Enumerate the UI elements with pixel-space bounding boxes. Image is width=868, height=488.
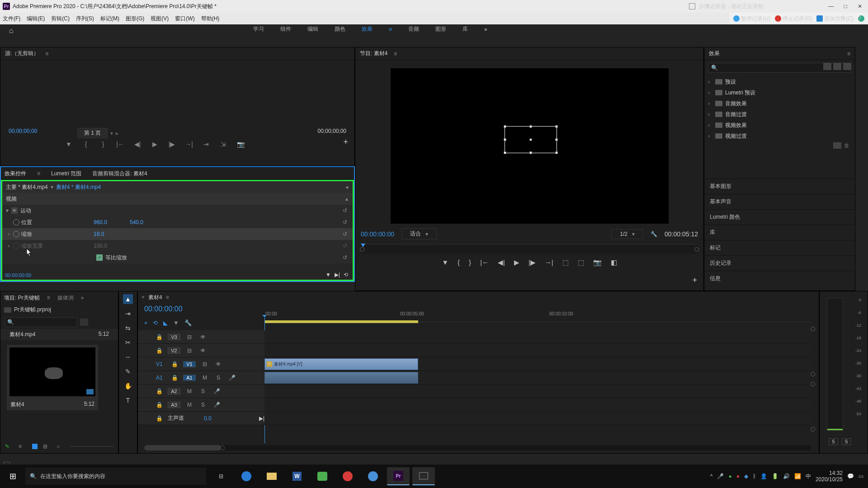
- play-icon[interactable]: ▶: [514, 258, 519, 267]
- info-tab[interactable]: 信息: [704, 271, 855, 286]
- taskbar-app-1[interactable]: [235, 467, 258, 485]
- source-button-editor[interactable]: +: [343, 137, 348, 147]
- uniform-scale-row[interactable]: ✓ 等比缩放 ↺: [2, 252, 353, 263]
- tray-battery-icon[interactable]: 🔋: [772, 473, 778, 479]
- fx-video-transitions-folder[interactable]: ›视频过渡: [708, 131, 851, 141]
- menu-file[interactable]: 文件(F): [3, 15, 20, 23]
- tray-icon[interactable]: 🎤: [717, 473, 724, 479]
- tray-bluetooth-icon[interactable]: ᛒ: [753, 473, 756, 479]
- workspace-menu-icon[interactable]: ≡: [389, 26, 392, 33]
- taskbar-file-explorer[interactable]: [260, 467, 283, 485]
- hand-tool[interactable]: ✋: [123, 381, 133, 391]
- taskbar-steps-recorder[interactable]: [412, 467, 435, 485]
- overwrite-icon[interactable]: ⇲: [218, 141, 228, 148]
- step-forward-icon[interactable]: |▶: [167, 141, 177, 148]
- razor-tool[interactable]: ✂: [123, 338, 133, 347]
- solo-icon[interactable]: S: [214, 375, 223, 381]
- recorder-pause-button[interactable]: 暂停记录(U): [733, 15, 770, 23]
- vertical-scroll-v[interactable]: [811, 372, 815, 376]
- go-to-out-icon[interactable]: →|: [184, 141, 194, 148]
- lock-icon[interactable]: 🔒: [156, 415, 163, 422]
- play-only-icon[interactable]: ▶|: [335, 272, 340, 278]
- project-search-filter-icon[interactable]: [80, 319, 88, 326]
- tray-volume-icon[interactable]: 🔊: [783, 473, 790, 479]
- zoom-fit-dropdown[interactable]: 适合▾: [401, 228, 437, 239]
- master-level-value[interactable]: 0.0: [204, 415, 212, 422]
- mark-in-icon[interactable]: {: [81, 141, 91, 148]
- vertical-scroll-top[interactable]: [811, 327, 815, 331]
- tray-icon[interactable]: ●: [736, 473, 740, 479]
- lock-icon[interactable]: 🔒: [156, 402, 163, 408]
- history-tab[interactable]: 历史记录: [704, 255, 855, 271]
- insert-icon[interactable]: ⇥: [201, 141, 211, 148]
- voiceover-icon[interactable]: 🎤: [212, 388, 221, 394]
- trash-icon[interactable]: 🗑: [844, 142, 850, 149]
- program-video-frame[interactable]: [391, 68, 669, 224]
- media-browser-tab[interactable]: 媒体浏: [57, 294, 74, 302]
- source-panel-menu-icon[interactable]: ≡: [45, 51, 48, 57]
- export-frame-icon[interactable]: 📷: [236, 141, 245, 148]
- uniform-scale-checkbox[interactable]: ✓: [96, 254, 103, 261]
- taskbar-search-box[interactable]: 🔍 在这里输入你要搜索的内容: [25, 468, 206, 485]
- fx-video-effects-folder[interactable]: ›视频效果: [708, 120, 851, 131]
- lumetri-scopes-tab[interactable]: Lumetri 范围: [51, 170, 81, 178]
- motion-effect-row[interactable]: ▾ fx 运动 ↺: [2, 205, 353, 216]
- recorder-minimize-button[interactable]: —: [826, 3, 836, 9]
- menu-view[interactable]: 视图(V): [151, 15, 169, 23]
- menu-edit[interactable]: 编辑(E): [27, 15, 45, 23]
- solo-icon[interactable]: S: [198, 402, 208, 408]
- taskbar-app-5[interactable]: [336, 467, 359, 485]
- snap-icon[interactable]: ⌖: [144, 319, 147, 327]
- workspace-libraries[interactable]: 库: [462, 25, 468, 33]
- solo-right-button[interactable]: S: [842, 438, 851, 445]
- settings-wrench-icon[interactable]: 🔧: [651, 231, 657, 237]
- track-label[interactable]: V2: [168, 347, 180, 354]
- mark-out-icon[interactable]: }: [469, 258, 471, 267]
- sync-lock-icon[interactable]: ⊟: [185, 334, 194, 340]
- position-keyframe-toggle[interactable]: [13, 219, 19, 225]
- effect-controls-timecode[interactable]: 00:00:00:00: [5, 272, 31, 278]
- source-patch-a1[interactable]: A1: [156, 375, 167, 381]
- menu-sequence[interactable]: 序列(S): [76, 15, 94, 23]
- solo-icon[interactable]: S: [198, 388, 208, 394]
- source-page-selector[interactable]: 第 1 页▾▸: [77, 128, 118, 138]
- slip-tool[interactable]: ↔: [123, 352, 133, 362]
- zoom-slider-track[interactable]: [70, 446, 113, 447]
- effects-filter-badges[interactable]: [823, 63, 851, 70]
- timeline-sequence-tab[interactable]: 素材4: [148, 294, 162, 301]
- export-frame-icon[interactable]: 📷: [593, 258, 602, 267]
- action-center-icon[interactable]: 💬: [847, 473, 854, 479]
- taskbar-premiere[interactable]: Pr: [387, 467, 410, 485]
- go-to-in-icon[interactable]: |←: [480, 258, 489, 267]
- workspace-assembly[interactable]: 组件: [280, 25, 291, 33]
- workspace-graphics[interactable]: 图形: [435, 25, 446, 33]
- menu-help[interactable]: 帮助(H): [201, 15, 220, 23]
- recorder-maximize-button[interactable]: □: [840, 3, 851, 9]
- taskbar-wechat[interactable]: [311, 467, 334, 485]
- track-label[interactable]: A2: [168, 388, 180, 394]
- vertical-scroll-a[interactable]: [811, 382, 815, 386]
- tray-icon[interactable]: 👤: [760, 473, 767, 479]
- project-overflow-button[interactable]: »: [81, 295, 84, 301]
- project-panel-menu-icon[interactable]: ≡: [47, 295, 50, 301]
- tray-wechat-icon[interactable]: ●: [728, 473, 731, 479]
- ripple-edit-tool[interactable]: ⇆: [123, 323, 133, 333]
- lumetri-color-tab[interactable]: Lumetri 颜色: [704, 209, 855, 225]
- video-clip[interactable]: fx素材4.mp4 [V]: [264, 358, 418, 370]
- go-to-end-icon[interactable]: ▶|: [259, 415, 264, 422]
- track-label[interactable]: A1: [183, 375, 196, 381]
- recorder-stop-button[interactable]: 停止记录(O): [775, 15, 812, 23]
- scale-keyframe-toggle[interactable]: [13, 231, 19, 237]
- mark-in-icon[interactable]: {: [458, 258, 460, 267]
- extract-icon[interactable]: ⬚: [578, 258, 584, 267]
- step-forward-icon[interactable]: |▶: [528, 258, 536, 267]
- list-view-icon[interactable]: ≡: [19, 443, 27, 450]
- wrench-icon[interactable]: 🔧: [184, 319, 192, 327]
- add-marker-icon[interactable]: ▼: [442, 258, 448, 267]
- track-visibility-icon[interactable]: 👁: [198, 347, 208, 354]
- pen-tool[interactable]: ✎: [123, 366, 133, 376]
- lock-icon[interactable]: 🔒: [171, 361, 179, 367]
- program-playhead[interactable]: [361, 244, 365, 247]
- lift-icon[interactable]: ⬚: [562, 258, 569, 267]
- program-button-editor[interactable]: +: [692, 276, 697, 285]
